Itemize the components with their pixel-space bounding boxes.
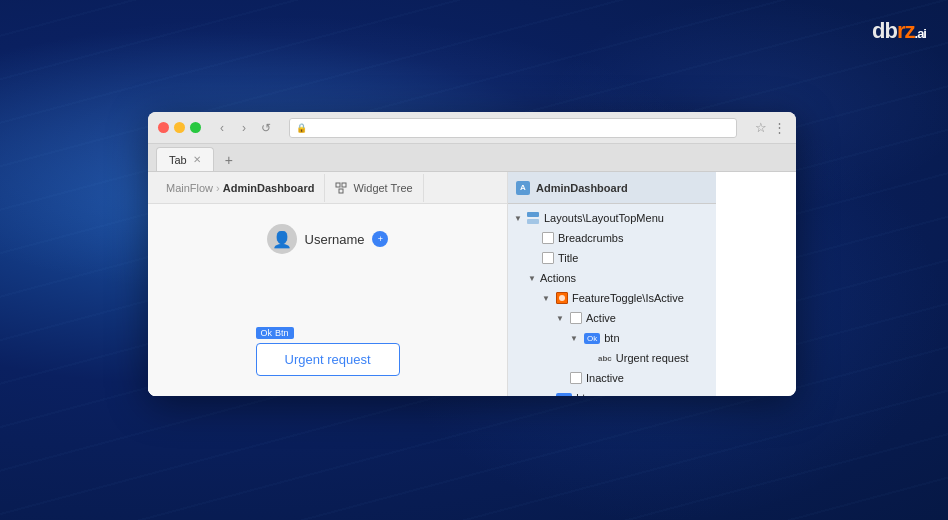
browser-window: ‹ › ↺ 🔒 ☆ ⋮ Tab ✕ + MainFlow xyxy=(148,112,796,396)
tree-item-layout[interactable]: ▼ Layouts\LayoutTopMenu xyxy=(508,208,716,228)
new-tab-button[interactable]: + xyxy=(218,149,240,171)
tree-item-btn-bottom[interactable]: ▼ Ok btn xyxy=(508,388,716,396)
svg-rect-1 xyxy=(342,183,346,187)
layout-icon xyxy=(526,211,540,225)
btn-type-tag: Ok Btn xyxy=(256,327,294,339)
sq-inactive xyxy=(570,372,582,384)
widget-tree-icon xyxy=(335,182,347,194)
tab-close-icon[interactable]: ✕ xyxy=(193,154,201,165)
expand-btn-bottom[interactable]: ▼ xyxy=(540,392,552,396)
no-expand xyxy=(526,232,538,244)
sq-icon-title xyxy=(542,252,554,264)
btn-tag-active: Ok xyxy=(584,333,600,344)
bookmark-icon[interactable]: ☆ xyxy=(755,120,767,135)
minimize-button[interactable] xyxy=(174,122,185,133)
tree-item-actions[interactable]: ▼ Actions xyxy=(508,268,716,288)
actions-label: Actions xyxy=(540,272,712,284)
panel-title: AdminDashboard xyxy=(536,182,628,194)
canvas-tabs: MainFlow › AdminDashboard Widget Tree xyxy=(148,172,507,204)
tree-item-breadcrumbs[interactable]: Breadcrumbs xyxy=(508,228,716,248)
inactive-label: Inactive xyxy=(586,372,712,384)
btn-active-label: btn xyxy=(604,332,712,344)
svg-rect-4 xyxy=(527,219,539,224)
tree-item-title[interactable]: Title xyxy=(508,248,716,268)
feature-icon-inner xyxy=(558,294,566,302)
logo-rz: rz xyxy=(897,18,915,43)
title-label: Title xyxy=(558,252,712,264)
lock-icon: 🔒 xyxy=(296,123,307,133)
logo-ai: .ai xyxy=(915,26,926,41)
no-expand xyxy=(526,252,538,264)
tree-item-urgent[interactable]: abc Urgent request xyxy=(508,348,716,368)
panel-header-icon: A xyxy=(516,181,530,195)
address-bar[interactable]: 🔒 xyxy=(289,118,737,138)
tree-content: ▼ Layouts\LayoutTopMenu Breadcrumbs T xyxy=(508,204,716,396)
tab-widget-tree[interactable]: Widget Tree xyxy=(325,174,423,202)
svg-point-5 xyxy=(559,295,565,301)
logo: dbrz.ai xyxy=(872,18,926,44)
close-button[interactable] xyxy=(158,122,169,133)
widget-tree-panel: A AdminDashboard ▼ Layouts\LayoutTopMenu… xyxy=(508,172,716,396)
tab-mainflow[interactable]: MainFlow › AdminDashboard xyxy=(156,174,325,202)
active-label: Active xyxy=(586,312,712,324)
tab-bar: Tab ✕ + xyxy=(148,144,796,172)
canvas-area: 👤 Username + Ok Btn Urgent request xyxy=(148,204,507,396)
expand-active[interactable]: ▼ xyxy=(554,312,566,324)
btn-tag-bottom: Ok xyxy=(556,393,572,397)
avatar: 👤 xyxy=(267,224,297,254)
tree-item-btn-active[interactable]: ▼ Ok btn xyxy=(508,328,716,348)
svg-rect-2 xyxy=(339,189,343,193)
button-preview-area: Ok Btn Urgent request xyxy=(256,327,400,376)
tree-item-feature-toggle[interactable]: ▼ FeatureToggle\IsActive xyxy=(508,288,716,308)
no-expand-urgent xyxy=(582,352,594,364)
svg-rect-3 xyxy=(527,212,539,217)
breadcrumb-page: AdminDashboard xyxy=(223,182,315,194)
username-label: Username xyxy=(305,232,365,247)
breadcrumb-arrow: › xyxy=(216,182,220,194)
username-area: 👤 Username + xyxy=(267,224,389,254)
logo-db: db xyxy=(872,18,897,43)
username-edit-icon[interactable]: + xyxy=(372,231,388,247)
browser-nav: ‹ › ↺ xyxy=(213,119,275,137)
expand-icon[interactable]: ▼ xyxy=(512,212,524,224)
expand-feature[interactable]: ▼ xyxy=(540,292,552,304)
breadcrumb-mainflow: MainFlow xyxy=(166,182,213,194)
design-canvas: MainFlow › AdminDashboard Widget Tree 👤 … xyxy=(148,172,508,396)
no-expand-inactive xyxy=(554,372,566,384)
urgent-request-button[interactable]: Urgent request xyxy=(256,343,400,376)
maximize-button[interactable] xyxy=(190,122,201,133)
urgent-request-label: Urgent request xyxy=(616,352,712,364)
feature-toggle-label: FeatureToggle\IsActive xyxy=(572,292,712,304)
browser-content: MainFlow › AdminDashboard Widget Tree 👤 … xyxy=(148,172,796,396)
btn-tag-label: Btn xyxy=(275,328,289,338)
feature-toggle-icon xyxy=(556,292,568,304)
btn-bottom-label: btn xyxy=(576,392,712,396)
breadcrumb-flow: MainFlow › AdminDashboard xyxy=(166,182,314,194)
menu-icon[interactable]: ⋮ xyxy=(773,120,786,135)
tab-label: Tab xyxy=(169,154,187,166)
browser-tab[interactable]: Tab ✕ xyxy=(156,147,214,171)
tree-item-inactive[interactable]: Inactive xyxy=(508,368,716,388)
browser-actions: ☆ ⋮ xyxy=(755,120,786,135)
sq-active xyxy=(570,312,582,324)
traffic-lights xyxy=(158,122,201,133)
back-button[interactable]: ‹ xyxy=(213,119,231,137)
abc-icon: abc xyxy=(598,354,612,363)
browser-chrome: ‹ › ↺ 🔒 ☆ ⋮ xyxy=(148,112,796,144)
expand-actions[interactable]: ▼ xyxy=(526,272,538,284)
expand-btn[interactable]: ▼ xyxy=(568,332,580,344)
btn-ok-label: Ok xyxy=(261,328,273,338)
panel-header: A AdminDashboard xyxy=(508,172,716,204)
tree-item-active[interactable]: ▼ Active xyxy=(508,308,716,328)
reload-button[interactable]: ↺ xyxy=(257,119,275,137)
breadcrumbs-label: Breadcrumbs xyxy=(558,232,712,244)
forward-button[interactable]: › xyxy=(235,119,253,137)
sq-icon-breadcrumbs xyxy=(542,232,554,244)
layout-topMenu-label: Layouts\LayoutTopMenu xyxy=(544,212,712,224)
widget-tree-tab-label: Widget Tree xyxy=(353,182,412,194)
svg-rect-0 xyxy=(336,183,340,187)
